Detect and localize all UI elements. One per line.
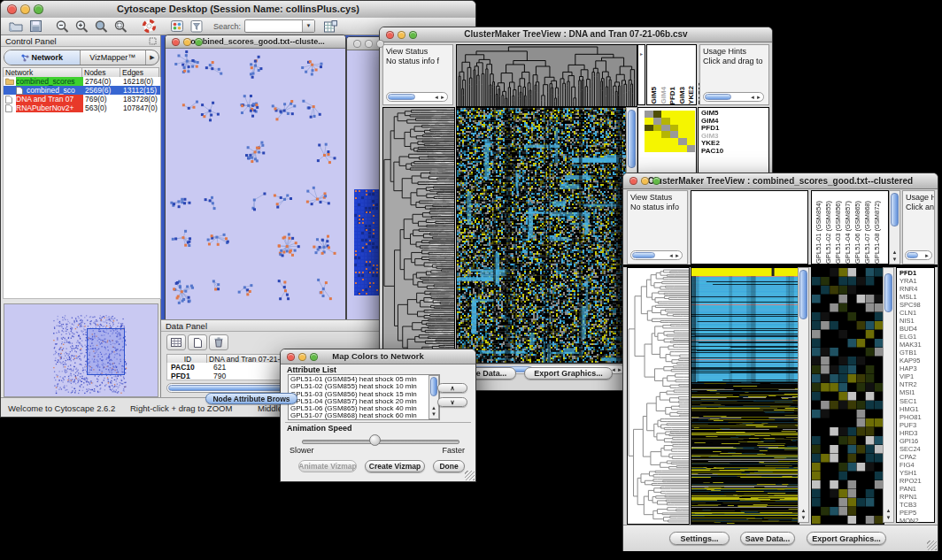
- scroll-right-icon[interactable]: ►: [756, 94, 761, 101]
- scrollbar-thumb[interactable]: [907, 252, 918, 258]
- scrollbar-thumb[interactable]: [891, 193, 899, 226]
- column-dendrogram-canvas[interactable]: [456, 44, 637, 107]
- column-label[interactable]: GIM4: [660, 87, 668, 104]
- gene-label[interactable]: PEP5: [900, 509, 934, 517]
- view-status-scrollbar[interactable]: ◄ ►: [386, 92, 448, 102]
- scroll-right-icon[interactable]: ►: [924, 252, 930, 259]
- scrollbar-thumb[interactable]: [799, 270, 807, 319]
- network-canvas[interactable]: [166, 49, 344, 320]
- scroll-right-icon[interactable]: ►: [440, 94, 445, 101]
- scrollbar-thumb[interactable]: [628, 110, 636, 168]
- gene-label[interactable]: PFD1: [900, 269, 934, 277]
- column-label[interactable]: GPL51-01 (GSM854): [814, 201, 823, 264]
- gene-label[interactable]: BUD4: [900, 325, 934, 333]
- birdseye-overview-canvas[interactable]: [4, 303, 158, 397]
- zoom-button[interactable]: [652, 177, 660, 185]
- column-label[interactable]: GPL51-06 (GSM865): [853, 201, 862, 264]
- export-graphics-button[interactable]: Export Graphics...: [807, 532, 886, 545]
- treeview-combined-titlebar[interactable]: ClusterMaker TreeView : combined_scores_…: [623, 173, 938, 189]
- gene-label[interactable]: PHO81: [900, 413, 934, 421]
- labels-vscrollbar[interactable]: ▲ ▼: [889, 190, 900, 265]
- scroll-left-icon[interactable]: ◄: [434, 94, 439, 101]
- network-view-titlebar[interactable]: combined_scores_good.txt--cluste...: [166, 35, 345, 49]
- create-vizmap-button[interactable]: Create Vizmap: [365, 460, 425, 472]
- column-dendrogram-area[interactable]: [691, 190, 808, 265]
- help-button[interactable]: [139, 18, 158, 35]
- save-data-button[interactable]: Save Data...: [740, 532, 795, 545]
- scrollbar-thumb[interactable]: [705, 94, 731, 100]
- animation-speed-slider-track[interactable]: [302, 440, 459, 444]
- minimize-button[interactable]: [298, 353, 306, 361]
- zoom-button[interactable]: [195, 38, 203, 46]
- scrollbar-thumb[interactable]: [388, 94, 415, 100]
- resize-grip[interactable]: [465, 471, 475, 480]
- gene-label[interactable]: FIG4: [900, 461, 934, 469]
- import-table-button[interactable]: [320, 18, 340, 35]
- usage-hints-scrollbar[interactable]: ◄ ►: [703, 92, 764, 102]
- gene-label[interactable]: YSH1: [900, 469, 934, 477]
- column-label[interactable]: GPL51-04 (GSM857): [843, 201, 853, 264]
- gene-label[interactable]: TCB3: [900, 501, 934, 509]
- tab-overflow-button[interactable]: ▶: [145, 50, 158, 65]
- scroll-down-icon[interactable]: ▼: [890, 257, 900, 263]
- resize-grip[interactable]: [927, 541, 937, 550]
- scroll-up-icon[interactable]: ▲: [884, 508, 893, 514]
- scroll-down-icon[interactable]: ▼: [884, 515, 893, 521]
- search-input[interactable]: ▼: [244, 19, 315, 33]
- minimize-button[interactable]: [365, 40, 373, 48]
- network-list-row[interactable]: combined_scores2764(0)16218(0): [4, 77, 160, 86]
- gene-label[interactable]: RNR4: [900, 285, 934, 293]
- node-attribute-browser-button[interactable]: Node Attribute Brows: [205, 393, 297, 404]
- save-session-button[interactable]: [26, 18, 45, 35]
- column-label[interactable]: GPL51-03 (GSM856): [833, 201, 843, 264]
- close-button[interactable]: [386, 31, 394, 39]
- zoom-fit-button[interactable]: [111, 18, 130, 35]
- scroll-up-icon[interactable]: ▲: [799, 508, 808, 514]
- zoom-button[interactable]: [409, 31, 417, 39]
- data-panel-select-attributes-button[interactable]: [166, 334, 186, 350]
- gene-label[interactable]: SEC24: [900, 445, 934, 453]
- done-button[interactable]: Done: [433, 460, 465, 472]
- attribute-list[interactable]: GPL51-01 (GSM854) heat shock 05 minGPL51…: [288, 374, 440, 420]
- row-dendrogram-canvas[interactable]: [382, 107, 455, 364]
- heatmap-vscrollbar[interactable]: ▲ ▼: [798, 267, 809, 523]
- scroll-left-icon[interactable]: ◄: [668, 252, 674, 259]
- move-down-button[interactable]: ∨: [437, 397, 467, 407]
- network-list-row[interactable]: combined_sco2569(6)13112(15): [4, 86, 160, 95]
- view-status-scrollbar[interactable]: ◄ ►: [630, 250, 683, 260]
- column-label[interactable]: GPL51-02 (GSM855): [823, 201, 833, 264]
- usage-hints-scrollbar[interactable]: ►: [905, 250, 932, 260]
- gene-label[interactable]: PUF3: [900, 421, 934, 429]
- gene-label[interactable]: MAK31: [900, 341, 934, 349]
- scrollbar-thumb[interactable]: [430, 377, 437, 396]
- tab-vizmapper[interactable]: VizMapper™: [81, 50, 145, 65]
- data-panel-delete-attribute-button[interactable]: [209, 334, 228, 350]
- move-up-button[interactable]: ∧: [437, 383, 467, 393]
- scroll-right-icon[interactable]: ►: [675, 252, 680, 259]
- scrollbar-thumb[interactable]: [632, 252, 655, 258]
- scroll-up-icon[interactable]: ▲: [890, 249, 900, 256]
- scroll-left-icon[interactable]: ◄: [750, 94, 755, 101]
- gene-label[interactable]: RPO21: [900, 477, 934, 485]
- column-label[interactable]: YKE2: [687, 86, 696, 104]
- gene-label[interactable]: CLN1: [900, 309, 934, 317]
- attribute-list-scrollbar[interactable]: ▲ ▼: [429, 375, 439, 419]
- close-button[interactable]: [353, 40, 361, 48]
- treeview-dna-titlebar[interactable]: ClusterMaker TreeView : DNA and Tran 07-…: [380, 27, 772, 42]
- minimize-button[interactable]: [641, 177, 649, 185]
- gene-label[interactable]: MON2: [900, 517, 934, 525]
- float-panel-icon[interactable]: [149, 37, 157, 45]
- minimize-button[interactable]: [398, 31, 405, 39]
- gene-label[interactable]: PAC10: [701, 148, 768, 156]
- zoom-vscrollbar[interactable]: ▲ ▼: [883, 267, 894, 523]
- gene-label[interactable]: RPN1: [900, 493, 934, 501]
- search-dropdown-caret-icon[interactable]: ▼: [302, 20, 314, 32]
- export-graphics-button[interactable]: Export Graphics...: [524, 367, 613, 380]
- minimize-button[interactable]: [183, 38, 191, 46]
- gene-label[interactable]: GPI16: [900, 437, 934, 445]
- gene-label[interactable]: HRD3: [900, 429, 934, 437]
- dialog-titlebar[interactable]: Map Colors to Network: [281, 349, 475, 364]
- gene-label[interactable]: MSI1: [900, 388, 934, 396]
- gene-label[interactable]: ELG1: [900, 333, 934, 341]
- scrollbar-thumb[interactable]: [884, 273, 892, 312]
